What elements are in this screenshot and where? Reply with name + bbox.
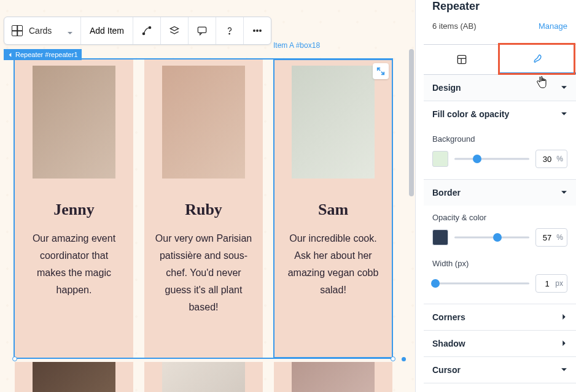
chevron-right-icon: [561, 312, 567, 322]
repeater-item[interactable]: [274, 362, 392, 392]
section-title: Corners: [432, 312, 465, 322]
section-header-shadow[interactable]: Shadow: [424, 331, 576, 356]
background-color-swatch[interactable]: [432, 151, 448, 167]
chevron-right-icon: [561, 339, 567, 348]
section-corners: Corners: [424, 304, 576, 331]
comment-button[interactable]: [189, 17, 216, 44]
tab-design[interactable]: [500, 45, 576, 74]
help-button[interactable]: [216, 17, 244, 44]
unit-label: %: [556, 233, 563, 242]
inspector-header: Repeater 6 items (AB) Manage: [424, 0, 576, 36]
slider-thumb[interactable]: [493, 233, 502, 242]
inspector-panel: Repeater 6 items (AB) Manage Design Fill…: [424, 0, 576, 392]
resize-handle[interactable]: [12, 356, 17, 361]
section-header-design[interactable]: Design: [424, 75, 576, 101]
border-width-slider[interactable]: [432, 277, 529, 290]
cursor-icon: [535, 75, 548, 89]
chevron-down-icon: [561, 109, 567, 119]
slider-track: [454, 237, 529, 239]
person-image[interactable]: [33, 362, 115, 392]
slider-track: [454, 158, 529, 160]
repeater-item[interactable]: [144, 362, 263, 392]
card-name[interactable]: Jenny: [15, 201, 133, 219]
background-opacity-input[interactable]: %: [535, 150, 567, 168]
person-image[interactable]: [33, 66, 115, 179]
svg-point-1: [149, 26, 150, 28]
svg-point-3: [229, 33, 230, 34]
section-title: Shadow: [432, 339, 465, 348]
background-opacity-slider[interactable]: [454, 153, 529, 165]
section-shadow: Shadow: [424, 331, 576, 357]
repeater-row-2: [15, 362, 392, 392]
repeater-item[interactable]: [15, 362, 133, 392]
card-name[interactable]: Sam: [274, 201, 392, 219]
section-header-cursor[interactable]: Cursor: [424, 357, 576, 383]
chevron-down-icon: [561, 83, 567, 93]
element-type-label: Cards: [29, 26, 61, 36]
repeater-cards: Jenny Our amazing event coordinator that…: [15, 60, 392, 358]
grid-icon: [12, 25, 23, 36]
more-button[interactable]: [244, 17, 271, 44]
items-count: 6 items (AB): [432, 21, 477, 31]
repeater-item[interactable]: Jenny Our amazing event coordinator that…: [15, 60, 133, 358]
section-header-corners[interactable]: Corners: [424, 304, 576, 330]
person-image[interactable]: [162, 362, 245, 392]
svg-rect-2: [198, 27, 206, 33]
svg-point-0: [142, 33, 144, 34]
add-handle[interactable]: [402, 357, 406, 361]
card-description[interactable]: Our very own Parisian patissière and sou…: [144, 219, 263, 316]
person-image[interactable]: [292, 362, 375, 392]
section-title: Design: [432, 83, 461, 93]
section-header-fill[interactable]: Fill color & opacity: [424, 101, 576, 127]
section-body-fill: Background %: [424, 127, 576, 179]
section-fill: Fill color & opacity Background %: [424, 101, 576, 180]
canvas-scrollbar[interactable]: [409, 49, 414, 196]
selection-breadcrumb[interactable]: Repeater #repeater1: [4, 49, 82, 60]
add-item-button[interactable]: Add Item: [81, 17, 133, 44]
section-cursor: Cursor: [424, 357, 576, 383]
person-image[interactable]: [162, 66, 245, 179]
chevron-left-icon: [7, 52, 13, 58]
card-name[interactable]: Ruby: [144, 201, 263, 219]
border-width-value-input[interactable]: [540, 279, 555, 288]
border-color-swatch[interactable]: [432, 229, 448, 245]
slider-thumb[interactable]: [431, 279, 440, 288]
inspector-tabs: [424, 44, 576, 75]
border-opacity-label: Opacity & color: [432, 213, 567, 222]
slider-track: [432, 283, 529, 285]
section-body-border: Opacity & color % Width (px): [424, 206, 576, 304]
person-image[interactable]: [292, 66, 375, 179]
inspector-title: Repeater: [432, 0, 567, 13]
item-id-tag: Item A #box18: [273, 41, 320, 50]
card-description[interactable]: Our incredible cook. Ask her about her a…: [274, 219, 392, 299]
repeater-item-selected[interactable]: Sam Our incredible cook. Ask her about h…: [274, 60, 392, 358]
editor-canvas[interactable]: Cards Add Item Repeater #repeater1 Item …: [0, 0, 415, 392]
svg-point-6: [260, 30, 262, 32]
section-header-border[interactable]: Border: [424, 180, 576, 206]
slider-thumb[interactable]: [473, 155, 481, 163]
brush-icon: [532, 53, 544, 65]
unit-label: px: [555, 279, 563, 288]
chevron-down-icon: [67, 28, 73, 34]
animations-button[interactable]: [133, 17, 161, 44]
section-title: Fill color & opacity: [432, 109, 509, 119]
card-description[interactable]: Our amazing event coordinator that makes…: [15, 219, 133, 299]
expand-button[interactable]: [373, 63, 389, 79]
section-title: Cursor: [432, 365, 461, 375]
tab-layout[interactable]: [424, 45, 500, 74]
element-type-dropdown[interactable]: Cards: [4, 17, 81, 44]
border-opacity-value-input[interactable]: [540, 233, 555, 242]
unit-label: %: [556, 155, 563, 163]
repeater-item[interactable]: Ruby Our very own Parisian patissière an…: [144, 60, 263, 358]
border-opacity-slider[interactable]: [454, 231, 529, 244]
border-opacity-input[interactable]: %: [535, 228, 567, 247]
svg-point-4: [254, 30, 255, 32]
resize-handle[interactable]: [391, 356, 395, 361]
section-border: Border Opacity & color % Width (px): [424, 180, 576, 304]
manage-link[interactable]: Manage: [539, 21, 567, 31]
border-width-input[interactable]: px: [535, 274, 567, 293]
section-title: Border: [432, 188, 461, 198]
stretch-button[interactable]: [161, 17, 189, 44]
opacity-value-input[interactable]: [540, 155, 555, 164]
border-width-label: Width (px): [432, 259, 567, 268]
